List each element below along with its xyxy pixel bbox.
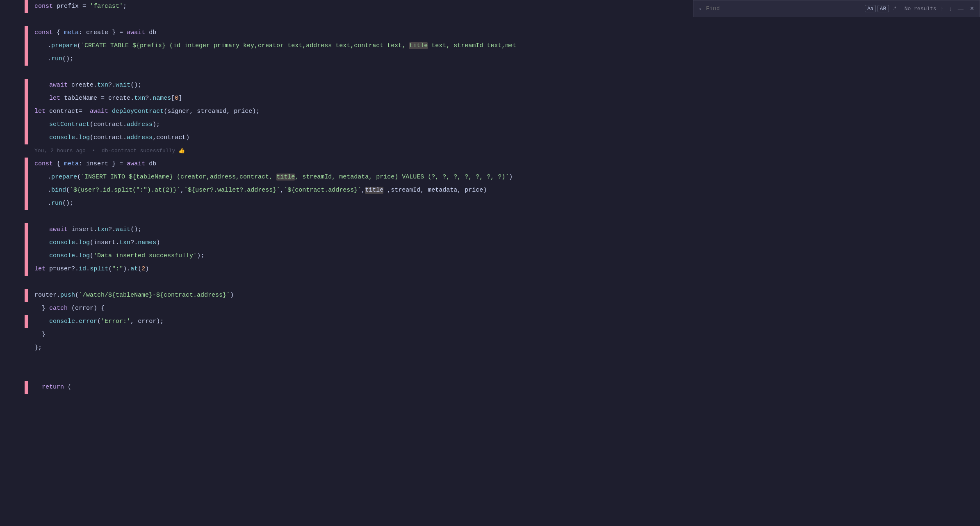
line-content — [28, 276, 980, 289]
diff-indicator — [25, 197, 28, 210]
diff-indicator — [25, 341, 28, 354]
diff-indicator — [25, 53, 28, 66]
diff-indicator — [25, 184, 28, 197]
diff-indicator — [25, 39, 28, 53]
line-number — [0, 328, 25, 341]
line-content: console.log('Data inserted successfully'… — [28, 249, 980, 263]
diff-indicator — [25, 210, 28, 223]
table-row: } — [0, 328, 980, 341]
diff-indicator — [25, 302, 28, 315]
line-number — [0, 236, 25, 249]
line-content: } — [28, 328, 980, 341]
line-number — [0, 315, 25, 328]
line-number — [0, 79, 25, 92]
diff-indicator — [25, 249, 28, 263]
search-input[interactable] — [706, 5, 862, 12]
line-content: let tableName = create.txn?.names[0] — [28, 92, 980, 105]
line-number — [0, 66, 25, 79]
search-prev-btn[interactable]: ↑ — [939, 5, 945, 13]
line-number — [0, 171, 25, 184]
search-whole-word-btn[interactable]: AB — [877, 5, 889, 12]
line-number — [0, 92, 25, 105]
line-content — [28, 354, 980, 368]
diff-indicator — [25, 236, 28, 249]
line-content: console.log(insert.txn?.names) — [28, 236, 980, 249]
table-row: let p=user?.id.split(":").at(2) — [0, 263, 980, 276]
line-content: console.log(contract.address,contract) — [28, 131, 980, 144]
line-content: .prepare(`INSERT INTO ${tableName} (crea… — [28, 171, 980, 184]
line-content: let contract= await deployContract(signe… — [28, 105, 980, 118]
table-row: }; — [0, 341, 980, 354]
line-number — [0, 39, 25, 53]
line-content: .run(); — [28, 53, 980, 66]
line-number — [0, 381, 25, 394]
table-row: let contract= await deployContract(signe… — [0, 105, 980, 118]
line-number — [0, 210, 25, 223]
line-number — [0, 0, 25, 13]
line-number — [0, 341, 25, 354]
table-row: } catch (error) { — [0, 302, 980, 315]
search-regex-btn[interactable]: .* — [891, 5, 899, 12]
line-content: let p=user?.id.split(":").at(2) — [28, 263, 980, 276]
line-number — [0, 158, 25, 171]
line-number — [0, 197, 25, 210]
line-content: .bind(`${user?.id.split(":").at(2)}`,`${… — [28, 184, 980, 197]
line-content — [28, 66, 980, 79]
diff-indicator — [25, 276, 28, 289]
line-number — [0, 276, 25, 289]
table-row — [0, 276, 980, 289]
diff-indicator — [25, 105, 28, 118]
line-number — [0, 249, 25, 263]
line-number — [0, 13, 25, 26]
search-case-sensitive-btn[interactable]: Aa — [865, 5, 876, 12]
line-number — [0, 263, 25, 276]
line-content: console.error('Error:', error); — [28, 315, 980, 328]
diff-indicator — [25, 354, 28, 368]
table-row: let tableName = create.txn?.names[0] — [0, 92, 980, 105]
table-row — [0, 210, 980, 223]
table-row: .run(); — [0, 197, 980, 210]
search-bar[interactable]: › Aa AB .* No results ↑ ↓ — × — [693, 0, 980, 17]
line-content: router.push(`/watch/${tableName}-${contr… — [28, 289, 980, 302]
table-row — [0, 368, 980, 381]
table-row: .prepare(`CREATE TABLE ${prefix} (id int… — [0, 39, 980, 53]
search-close-btn[interactable]: × — [968, 4, 976, 13]
line-number — [0, 118, 25, 131]
diff-indicator — [25, 328, 28, 341]
diff-indicator — [25, 368, 28, 381]
line-content — [28, 210, 980, 223]
search-menu-btn[interactable]: — — [956, 5, 965, 13]
code-editor: const prefix = 'farcast'; const { meta: … — [0, 0, 980, 526]
table-row: const { meta: create } = await db — [0, 26, 980, 39]
diff-indicator — [25, 66, 28, 79]
diff-indicator — [25, 263, 28, 276]
line-content: await insert.txn?.wait(); — [28, 223, 980, 236]
table-row: const { meta: insert } = await db — [0, 158, 980, 171]
diff-indicator — [25, 289, 28, 302]
line-content: }; — [28, 341, 980, 354]
search-next-btn[interactable]: ↓ — [948, 5, 954, 13]
table-row: router.push(`/watch/${tableName}-${contr… — [0, 289, 980, 302]
search-expand-btn[interactable]: › — [697, 5, 704, 13]
line-content: .prepare(`CREATE TABLE ${prefix} (id int… — [28, 39, 980, 53]
diff-indicator — [25, 223, 28, 236]
line-content: .run(); — [28, 197, 980, 210]
table-row: await insert.txn?.wait(); — [0, 223, 980, 236]
line-number — [0, 184, 25, 197]
line-number — [0, 289, 25, 302]
line-content: return ( — [28, 381, 980, 394]
table-row — [0, 354, 980, 368]
table-row: console.error('Error:', error); — [0, 315, 980, 328]
table-row — [0, 66, 980, 79]
table-row: .run(); — [0, 53, 980, 66]
line-content: await create.txn?.wait(); — [28, 79, 980, 92]
table-row: console.log(contract.address,contract) — [0, 131, 980, 144]
line-number — [0, 131, 25, 144]
search-no-results: No results — [905, 6, 937, 12]
line-number — [0, 354, 25, 368]
line-number — [0, 144, 25, 158]
diff-indicator — [25, 131, 28, 144]
table-row: console.log('Data inserted successfully'… — [0, 249, 980, 263]
diff-indicator — [25, 0, 28, 13]
line-content: const { meta: create } = await db — [28, 26, 980, 39]
